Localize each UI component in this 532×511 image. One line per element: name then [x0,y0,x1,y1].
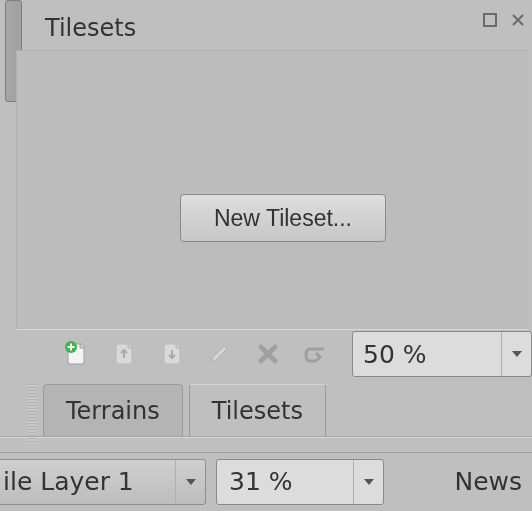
panel-splitter[interactable] [28,384,36,444]
tileset-zoom-value[interactable]: 50 % [353,340,501,369]
bottom-tabs: Terrains Tilesets [43,384,326,436]
chevron-down-icon[interactable] [501,332,531,376]
layer-select[interactable]: ile Layer 1 [0,459,206,505]
embed-tileset-icon[interactable] [294,332,338,376]
chevron-down-icon[interactable] [353,460,383,504]
delete-tileset-icon [246,332,290,376]
news-button[interactable]: News [454,467,532,496]
import-tileset-icon[interactable] [102,332,146,376]
divider [0,436,532,438]
tab-terrains[interactable]: Terrains [43,384,183,436]
opacity-value[interactable]: 31 % [217,467,353,496]
close-icon[interactable] [510,12,526,28]
new-tileset-button[interactable]: New Tileset... [180,194,386,242]
tileset-empty-area [16,50,528,330]
tab-tilesets[interactable]: Tilesets [189,384,326,436]
svg-rect-0 [484,14,496,26]
status-bar: ile Layer 1 31 % News [0,452,532,510]
panel-root: Tilesets New Tileset... [0,0,532,511]
tileset-zoom-combo[interactable]: 50 % [352,331,532,377]
new-tileset-icon[interactable] [54,332,98,376]
edit-tileset-icon[interactable] [198,332,242,376]
layer-select-value: ile Layer 1 [0,467,175,496]
panel-titlebar-buttons [482,12,526,28]
tileset-toolbar: 50 % [54,326,532,382]
panel-title: Tilesets [45,14,136,42]
export-tileset-icon[interactable] [150,332,194,376]
chevron-down-icon[interactable] [175,460,205,504]
opacity-combo[interactable]: 31 % [216,459,384,505]
maximize-icon[interactable] [482,12,498,28]
